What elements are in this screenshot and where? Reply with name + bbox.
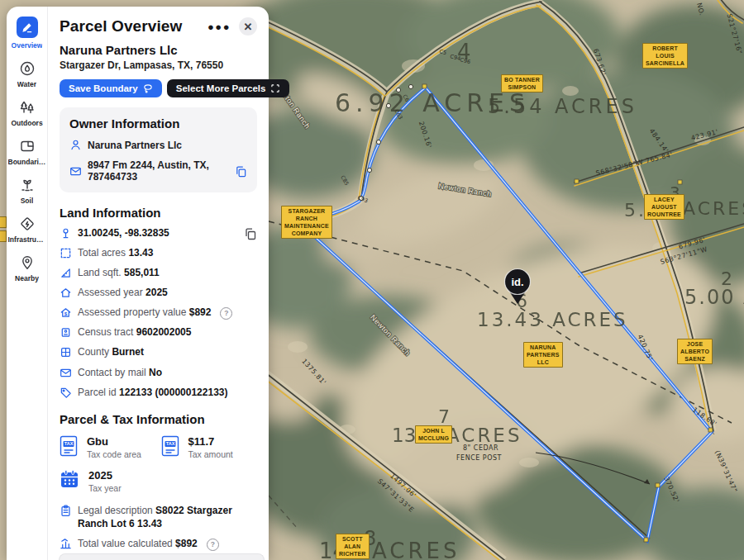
sidebar-item-nearby[interactable]: Nearby xyxy=(7,254,47,282)
help-icon[interactable]: ? xyxy=(220,307,232,320)
parcel-owner-name: Naruna Partners Llc xyxy=(60,43,257,57)
person-icon xyxy=(69,139,82,151)
parcel-tag-icon xyxy=(60,387,72,399)
soil-icon xyxy=(19,177,36,193)
owner-plaque-fragment xyxy=(0,216,7,228)
panel-title: Parcel Overview xyxy=(60,17,207,36)
surveyor-pin-icon xyxy=(60,227,72,240)
next-section-card[interactable] xyxy=(59,553,265,560)
svg-text:FENCE POST: FENCE POST xyxy=(456,454,502,462)
house-value-icon: $ xyxy=(60,306,72,319)
owner-info-heading: Owner Information xyxy=(69,116,247,131)
census-tract-row: Census tract 9602002005 xyxy=(60,326,257,339)
sidebar-item-water[interactable]: Water xyxy=(7,60,47,88)
svg-text:13: 13 xyxy=(392,425,416,446)
svg-text:ACRES: ACRES xyxy=(446,425,522,446)
tax-code-area-cell: TAX GbuTax code area xyxy=(60,435,156,459)
owner-plaque: LACEY AUGUST ROUNTREE xyxy=(644,194,684,220)
calculated-value-icon xyxy=(60,538,72,550)
sidebar-item-outdoors[interactable]: Outdoors xyxy=(7,99,47,127)
owner-plaque-fragment xyxy=(0,230,7,242)
owner-plaque: SCOTT ALAN RICHTER xyxy=(336,534,370,559)
owner-plaque: ROBERT LOUIS SARCINELLA xyxy=(642,43,688,69)
save-boundary-button[interactable]: Save Boundary xyxy=(60,79,162,97)
svg-text:13.43 ACRES: 13.43 ACRES xyxy=(477,309,628,330)
help-icon[interactable]: ? xyxy=(207,539,219,551)
sidebar-item-infrastructure[interactable]: Infrastructure xyxy=(7,216,47,244)
house-icon xyxy=(60,287,72,299)
sidebar-item-boundaries[interactable]: Boundaries xyxy=(7,138,47,166)
tax-year-cell: 2025Tax year xyxy=(60,469,156,493)
svg-text:ACRES: ACRES xyxy=(372,539,460,560)
app: 4 6.92 ACRES 5 5.54 ACRES 3 5.0 ACRES 6 … xyxy=(0,0,744,560)
owner-plaque: BO TANNER SIMPSON xyxy=(501,74,543,93)
overview-icon xyxy=(17,17,38,38)
parcel-id-row: Parcel id 122133 (000000122133) xyxy=(60,387,257,400)
svg-text:5.54 ACRES: 5.54 ACRES xyxy=(488,95,637,118)
infrastructure-icon xyxy=(19,216,36,232)
envelope-icon xyxy=(69,165,82,178)
svg-text:TAX: TAX xyxy=(165,442,174,447)
area-icon xyxy=(60,267,72,279)
tax-document-icon: TAX xyxy=(161,435,179,457)
sidebar-item-soil[interactable]: Soil xyxy=(7,177,47,205)
parcel-address: Stargazer Dr, Lampasas, TX, 76550 xyxy=(60,59,257,71)
county-icon xyxy=(60,346,72,358)
select-more-parcels-button[interactable]: Select More Parcels xyxy=(167,79,290,97)
svg-text:TAX: TAX xyxy=(64,442,74,447)
owner-plaque: JOSE ALBERTO SAENZ xyxy=(677,339,713,364)
selection-square-icon xyxy=(60,247,72,259)
sidebar-item-overview[interactable]: Overview xyxy=(7,17,47,50)
close-icon[interactable]: ✕ xyxy=(239,17,257,36)
mail-icon xyxy=(60,367,72,379)
svg-text:id.: id. xyxy=(511,276,523,288)
parcel-overview-card: Overview Water Outdoors Boundaries xyxy=(7,7,269,560)
owner-mail-row: 8947 Fm 2244, Austin, TX, 787464733 xyxy=(69,159,247,183)
tool-sidebar: Overview Water Outdoors Boundaries xyxy=(7,7,48,560)
svg-text:ACRES: ACRES xyxy=(683,198,744,219)
county-row: County Burnet xyxy=(60,346,257,359)
total-acres-row: Total acres 13.43 xyxy=(60,247,257,260)
tax-amount-cell: TAX $11.7Tax amount xyxy=(161,435,258,459)
owner-plaque: STARGAZER RANCH MAINTENANCE COMPANY xyxy=(281,206,332,239)
more-options-icon[interactable]: ●●● xyxy=(207,21,231,33)
coordinates-row: 31.00245, -98.32835 xyxy=(60,227,257,240)
boundaries-icon xyxy=(19,138,36,154)
select-parcels-icon xyxy=(270,83,280,93)
svg-text:8" CEDAR: 8" CEDAR xyxy=(463,444,498,452)
trees-icon xyxy=(19,99,36,116)
clipboard-icon xyxy=(60,505,72,517)
copy-icon[interactable] xyxy=(235,165,247,178)
parcel-overview-panel: Parcel Overview ●●● ✕ Naruna Partners Ll… xyxy=(48,7,269,560)
copy-icon[interactable] xyxy=(244,227,257,240)
tax-info-heading: Parcel & Tax Information xyxy=(60,412,257,426)
contact-by-mail-row: Contact by mail No xyxy=(60,367,257,380)
owner-plaque: NARUNA PARTNERS LLC xyxy=(523,342,563,368)
owner-information-card: Owner Information Naruna Partners Llc 89… xyxy=(60,107,257,192)
land-info-heading: Land Information xyxy=(60,206,257,220)
lasso-icon xyxy=(143,83,153,93)
legal-description-row: Legal description S8022 Stargazer Ranch … xyxy=(60,505,257,530)
land-sqft-row: Land sqft. 585,011 xyxy=(60,267,257,280)
tax-document-icon: TAX xyxy=(60,435,78,457)
assessed-year-row: Assessed year 2025 xyxy=(60,287,257,300)
svg-text:$: $ xyxy=(64,311,68,316)
owner-plaque: JOHN L MCCLUNG xyxy=(415,425,452,444)
total-value-row: Total value calculated $892 ? xyxy=(60,538,257,551)
assessed-value-row: $ Assessed property value $892 ? xyxy=(60,306,257,320)
svg-text:5.00 AC: 5.00 AC xyxy=(684,286,744,309)
water-icon xyxy=(19,60,36,77)
census-icon xyxy=(60,326,72,339)
nearby-pin-icon xyxy=(19,254,36,271)
owner-name-row: Naruna Partners Llc xyxy=(69,139,247,151)
calendar-icon xyxy=(60,469,79,489)
